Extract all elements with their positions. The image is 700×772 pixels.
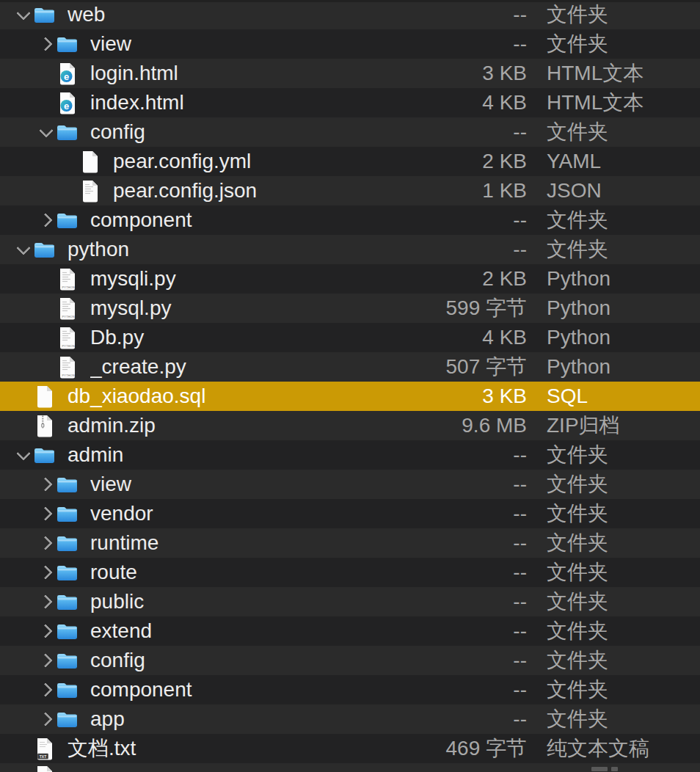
chevron-right-icon bbox=[38, 653, 53, 668]
doc-file-icon bbox=[32, 765, 56, 772]
file-size: 9.6 MB bbox=[445, 411, 527, 440]
file-name-label: web bbox=[68, 0, 445, 29]
file-row[interactable]: config--文件夹 bbox=[0, 117, 700, 147]
file-row[interactable]: admin--文件夹 bbox=[0, 440, 700, 470]
disclosure-chevron[interactable] bbox=[37, 567, 55, 578]
file-kind: YAML bbox=[547, 147, 700, 176]
file-size: -- bbox=[445, 616, 527, 646]
folder-icon bbox=[55, 36, 79, 53]
file-row[interactable]: PYTHONmysql.py599 字节Python bbox=[0, 294, 700, 323]
disclosure-chevron[interactable] bbox=[37, 39, 55, 49]
file-kind: 文件夹 bbox=[547, 646, 700, 675]
file-row[interactable]: view--文件夹 bbox=[0, 470, 700, 499]
file-size: 1 KB bbox=[445, 176, 527, 205]
file-kind: 文件夹 bbox=[547, 587, 700, 616]
disclosure-chevron[interactable] bbox=[15, 452, 32, 459]
file-row[interactable]: web--文件夹 bbox=[0, 0, 700, 29]
folder-icon bbox=[55, 124, 79, 141]
disclosure-chevron[interactable] bbox=[37, 685, 55, 695]
disclosure-chevron[interactable] bbox=[37, 538, 55, 548]
file-size: -- bbox=[445, 704, 527, 734]
file-row[interactable]: eindex.html4 KBHTML文本 bbox=[0, 88, 700, 117]
file-row[interactable]: component--文件夹 bbox=[0, 205, 700, 235]
file-name-label: db_xiaodao.sql bbox=[68, 382, 445, 411]
file-kind: 文件夹 bbox=[547, 29, 700, 59]
file-name-label: config bbox=[90, 646, 445, 675]
svg-text:PYTHON: PYTHON bbox=[62, 316, 75, 318]
python-file-icon: PYTHON bbox=[55, 327, 79, 349]
chevron-right-icon bbox=[38, 477, 53, 492]
disclosure-chevron[interactable] bbox=[37, 597, 55, 607]
file-name-label: view bbox=[90, 29, 445, 59]
file-row[interactable]: python--文件夹 bbox=[0, 235, 700, 264]
file-row[interactable]: route--文件夹 bbox=[0, 558, 700, 587]
chevron-right-icon bbox=[38, 213, 53, 227]
file-row[interactable]: TXT文档.txt469 字节纯文本文稿 bbox=[0, 734, 700, 763]
file-row[interactable]: app--文件夹 bbox=[0, 704, 700, 734]
doc-file-icon bbox=[78, 150, 101, 173]
doc-file-icon bbox=[32, 385, 56, 408]
file-name-label: python bbox=[68, 235, 445, 264]
file-row[interactable]: extend--文件夹 bbox=[0, 616, 700, 646]
file-kind: 文件夹 bbox=[547, 558, 700, 587]
file-row[interactable]: component--文件夹 bbox=[0, 675, 700, 704]
file-row[interactable]: db_xiaodao.sql3 KBSQL bbox=[0, 382, 700, 411]
python-file-icon: PYTHON bbox=[55, 356, 79, 379]
file-kind: ZIP归档 bbox=[547, 411, 700, 440]
disclosure-chevron[interactable] bbox=[37, 479, 55, 489]
partial-row[interactable] bbox=[0, 763, 700, 772]
file-name-label: extend bbox=[90, 616, 445, 646]
file-row[interactable]: runtime--文件夹 bbox=[0, 528, 700, 558]
file-row[interactable]: PYTHON_create.py507 字节Python bbox=[0, 352, 700, 382]
file-name-label: runtime bbox=[90, 528, 445, 558]
folder-icon bbox=[55, 212, 79, 229]
file-kind: Python bbox=[547, 323, 700, 352]
file-row[interactable]: view--文件夹 bbox=[0, 29, 700, 59]
file-size: -- bbox=[445, 528, 527, 558]
file-row[interactable]: admin.zip9.6 MBZIP归档 bbox=[0, 411, 700, 440]
file-size: 4 KB bbox=[445, 88, 527, 117]
disclosure-chevron[interactable] bbox=[37, 655, 55, 666]
disclosure-chevron[interactable] bbox=[15, 247, 32, 253]
file-size: 2 KB bbox=[445, 264, 527, 294]
file-size: -- bbox=[445, 558, 527, 587]
file-kind: HTML文本 bbox=[547, 59, 700, 88]
disclosure-chevron[interactable] bbox=[37, 714, 55, 724]
file-size: -- bbox=[445, 205, 527, 235]
disclosure-chevron[interactable] bbox=[37, 129, 55, 136]
file-kind: 纯文本文稿 bbox=[547, 734, 700, 763]
file-row[interactable]: PYTHONmysqli.py2 KBPython bbox=[0, 264, 700, 294]
file-row[interactable]: config--文件夹 bbox=[0, 646, 700, 675]
file-name-label: pear.config.json bbox=[113, 176, 445, 205]
file-row[interactable]: pear.config.yml2 KBYAML bbox=[0, 147, 700, 176]
file-row[interactable]: pear.config.json1 KBJSON bbox=[0, 176, 700, 205]
file-size: 3 KB bbox=[445, 382, 527, 411]
disclosure-chevron[interactable] bbox=[37, 215, 55, 225]
file-size: -- bbox=[445, 675, 527, 704]
html-file-icon: e bbox=[55, 62, 79, 85]
disclosure-chevron[interactable] bbox=[37, 626, 55, 636]
chevron-right-icon bbox=[38, 682, 53, 697]
finder-list-view: web--文件夹view--文件夹elogin.html3 KBHTML文本ei… bbox=[0, 0, 700, 772]
file-kind: 文件夹 bbox=[547, 0, 700, 29]
folder-icon bbox=[55, 506, 79, 522]
file-name-label: component bbox=[90, 205, 445, 235]
chevron-right-icon bbox=[38, 506, 53, 521]
file-row[interactable]: public--文件夹 bbox=[0, 587, 700, 616]
file-row[interactable]: PYTHONDb.py4 KBPython bbox=[0, 323, 700, 352]
file-size: -- bbox=[445, 587, 527, 616]
file-kind: Python bbox=[547, 264, 700, 294]
disclosure-chevron[interactable] bbox=[37, 509, 55, 519]
chevron-right-icon bbox=[38, 624, 53, 638]
file-kind: 文件夹 bbox=[547, 616, 700, 646]
file-row[interactable]: elogin.html3 KBHTML文本 bbox=[0, 59, 700, 88]
disclosure-chevron[interactable] bbox=[15, 12, 32, 18]
svg-text:PYTHON: PYTHON bbox=[62, 345, 75, 348]
chevron-down-icon bbox=[16, 241, 31, 255]
file-size: 507 字节 bbox=[445, 352, 527, 382]
file-size: 3 KB bbox=[445, 59, 527, 88]
file-kind: JSON bbox=[547, 176, 700, 205]
chevron-right-icon bbox=[38, 536, 53, 550]
file-row[interactable]: vendor--文件夹 bbox=[0, 499, 700, 528]
file-name-label: mysqli.py bbox=[90, 264, 445, 294]
